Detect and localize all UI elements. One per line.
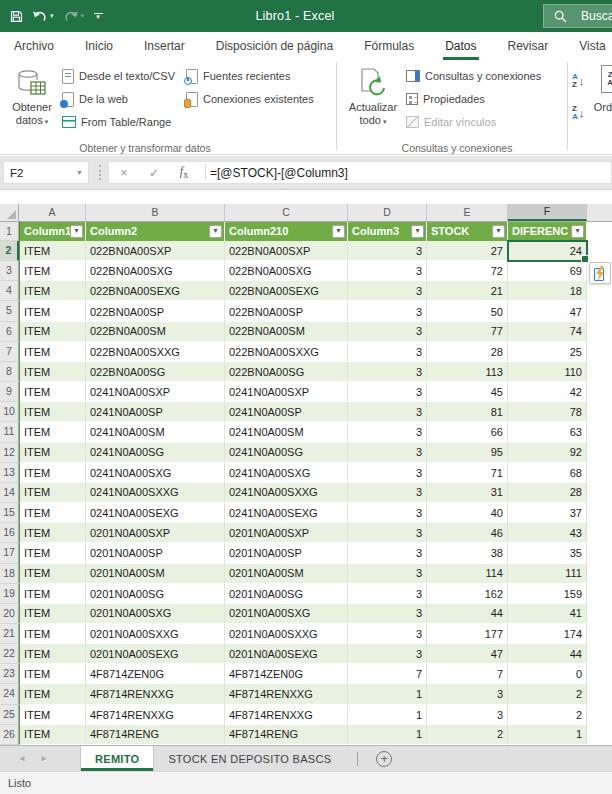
cell-D19[interactable]: 3 <box>348 584 427 604</box>
cell-E19[interactable]: 162 <box>427 584 508 604</box>
sort-button[interactable]: ZA↓ Ordenar <box>584 63 612 147</box>
cell-C6[interactable]: 022BN0A00SM <box>225 322 348 342</box>
cell-F13[interactable]: 68 <box>508 463 587 483</box>
next-sheet-icon[interactable]: ► <box>40 754 48 763</box>
cell-A11[interactable]: ITEM <box>19 422 86 442</box>
cell-B6[interactable]: 022BN0A00SM <box>86 322 225 342</box>
cell-F25[interactable]: 2 <box>508 705 587 725</box>
table-header-Column1[interactable]: Column1▾ <box>19 222 86 241</box>
cell-A10[interactable]: ITEM <box>19 402 86 422</box>
cell-D10[interactable]: 3 <box>348 402 427 422</box>
cell-A25[interactable]: ITEM <box>19 705 86 725</box>
cell-E15[interactable]: 40 <box>427 503 508 523</box>
row-header-26[interactable]: 26 <box>0 725 19 745</box>
cell-E10[interactable]: 81 <box>427 402 508 422</box>
cell-B19[interactable]: 0201N0A00SG <box>86 584 225 604</box>
cell-D21[interactable]: 3 <box>348 624 427 644</box>
row-header-25[interactable]: 25 <box>0 705 19 725</box>
cell-C24[interactable]: 4F8714RENXXG <box>225 684 348 704</box>
cell-D17[interactable]: 3 <box>348 543 427 563</box>
cell-C12[interactable]: 0241N0A00SG <box>225 443 348 463</box>
table-header-Column2[interactable]: Column2▾ <box>86 222 225 241</box>
cell-E23[interactable]: 7 <box>427 664 508 684</box>
from-text-csv-button[interactable]: Desde el texto/CSV <box>62 66 175 86</box>
cell-B3[interactable]: 022BN0A00SXG <box>86 261 225 281</box>
cell-D2[interactable]: 3 <box>348 241 427 261</box>
cell-B7[interactable]: 022BN0A00SXXG <box>86 342 225 362</box>
cell-B2[interactable]: 022BN0A00SXP <box>86 241 225 261</box>
row-header-10[interactable]: 10 <box>0 402 19 422</box>
cell-C9[interactable]: 0241N0A00SXP <box>225 382 348 402</box>
cell-C10[interactable]: 0241N0A00SP <box>225 402 348 422</box>
row-header-15[interactable]: 15 <box>0 503 19 523</box>
cell-C26[interactable]: 4F8714RENG <box>225 725 348 745</box>
cell-F5[interactable]: 47 <box>508 301 587 321</box>
cell-C2[interactable]: 022BN0A00SXP <box>225 241 348 261</box>
cell-D25[interactable]: 1 <box>348 705 427 725</box>
queries-connections-button[interactable]: Consultas y conexiones <box>406 66 541 86</box>
row-header-4[interactable]: 4 <box>0 281 19 301</box>
filter-button-B[interactable]: ▾ <box>209 225 222 238</box>
tab-datos[interactable]: Datos <box>443 39 478 60</box>
cell-B8[interactable]: 022BN0A00SG <box>86 362 225 382</box>
flash-fill-options-button[interactable] <box>589 262 611 284</box>
cell-B15[interactable]: 0241N0A00SEXG <box>86 503 225 523</box>
cell-A12[interactable]: ITEM <box>19 443 86 463</box>
formula-text[interactable]: =[@STOCK]-[@Column3] <box>210 166 348 180</box>
cell-D23[interactable]: 7 <box>348 664 427 684</box>
row-header-7[interactable]: 7 <box>0 342 19 362</box>
cell-E9[interactable]: 45 <box>427 382 508 402</box>
cell-E21[interactable]: 177 <box>427 624 508 644</box>
cell-D3[interactable]: 3 <box>348 261 427 281</box>
cell-F20[interactable]: 41 <box>508 604 587 624</box>
cell-C21[interactable]: 0201N0A00SXXG <box>225 624 348 644</box>
cell-F10[interactable]: 78 <box>508 402 587 422</box>
cell-B13[interactable]: 0241N0A00SXG <box>86 463 225 483</box>
table-header-Column3[interactable]: Column3▾ <box>348 222 427 241</box>
cell-E26[interactable]: 2 <box>427 725 508 745</box>
cell-F9[interactable]: 42 <box>508 382 587 402</box>
cell-C18[interactable]: 0201N0A00SM <box>225 564 348 584</box>
cell-E13[interactable]: 71 <box>427 463 508 483</box>
tab-archivo[interactable]: Archivo <box>12 39 56 60</box>
row-header-1[interactable]: 1 <box>0 222 19 241</box>
cell-C14[interactable]: 0241N0A00SXXG <box>225 483 348 503</box>
row-header-8[interactable]: 8 <box>0 362 19 382</box>
cell-F24[interactable]: 2 <box>508 684 587 704</box>
new-sheet-button[interactable]: + <box>376 751 392 767</box>
cell-E20[interactable]: 44 <box>427 604 508 624</box>
row-header-9[interactable]: 9 <box>0 382 19 402</box>
cell-A16[interactable]: ITEM <box>19 523 86 543</box>
cell-F26[interactable]: 1 <box>508 725 587 745</box>
cell-B22[interactable]: 0201N0A00SEXG <box>86 644 225 664</box>
table-header-STOCK[interactable]: STOCK▾ <box>427 222 508 241</box>
row-header-21[interactable]: 21 <box>0 624 19 644</box>
cell-A23[interactable]: ITEM <box>19 664 86 684</box>
column-header-B[interactable]: B <box>86 204 225 221</box>
row-header-24[interactable]: 24 <box>0 684 19 704</box>
row-header-11[interactable]: 11 <box>0 422 19 442</box>
cell-E3[interactable]: 72 <box>427 261 508 281</box>
cell-B10[interactable]: 0241N0A00SP <box>86 402 225 422</box>
cell-C3[interactable]: 022BN0A00SXG <box>225 261 348 281</box>
cell-A3[interactable]: ITEM <box>19 261 86 281</box>
cell-A17[interactable]: ITEM <box>19 543 86 563</box>
previous-sheet-icon[interactable]: ◄ <box>18 754 26 763</box>
table-header-DIFERENC[interactable]: DIFERENC▾ <box>508 222 587 241</box>
cell-F16[interactable]: 43 <box>508 523 587 543</box>
cell-F14[interactable]: 28 <box>508 483 587 503</box>
cell-F19[interactable]: 159 <box>508 584 587 604</box>
cell-E6[interactable]: 77 <box>427 322 508 342</box>
row-header-22[interactable]: 22 <box>0 644 19 664</box>
cell-F18[interactable]: 111 <box>508 564 587 584</box>
column-header-F[interactable]: F <box>508 204 587 221</box>
cell-D20[interactable]: 3 <box>348 604 427 624</box>
cell-D18[interactable]: 3 <box>348 564 427 584</box>
cell-C22[interactable]: 0201N0A00SEXG <box>225 644 348 664</box>
insert-function-icon[interactable]: fx <box>169 164 199 180</box>
tab-insertar[interactable]: Insertar <box>142 39 187 60</box>
search-box[interactable]: Buscar <box>543 4 612 28</box>
filter-button-A[interactable]: ▾ <box>70 225 83 238</box>
cell-F11[interactable]: 63 <box>508 422 587 442</box>
cell-F4[interactable]: 18 <box>508 281 587 301</box>
